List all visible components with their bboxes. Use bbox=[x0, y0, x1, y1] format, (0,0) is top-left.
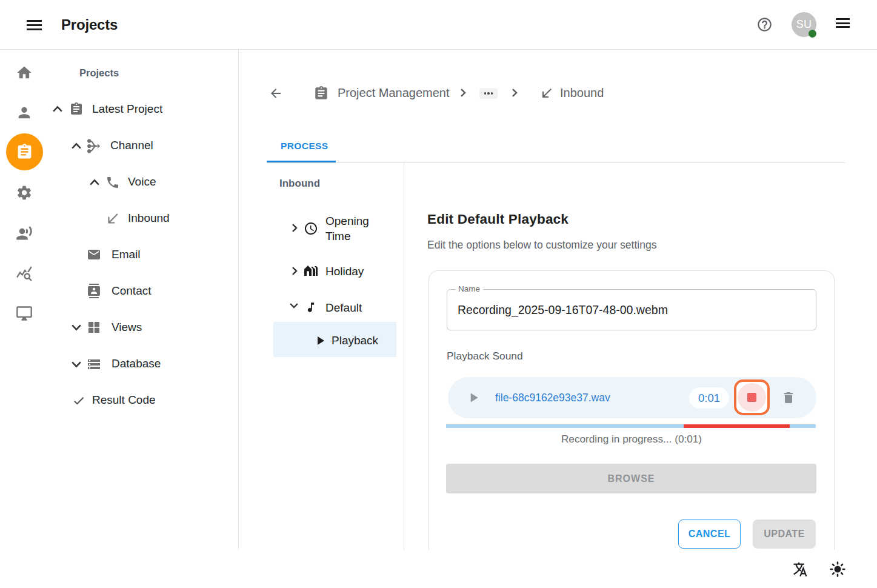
play-icon bbox=[313, 333, 327, 348]
contacts-icon bbox=[87, 284, 101, 298]
expand-icon-views[interactable] bbox=[69, 320, 84, 335]
breadcrumb-chevron-icon-2 bbox=[507, 85, 522, 100]
recording-progress-track bbox=[446, 424, 816, 428]
cancel-button-label: CANCEL bbox=[689, 529, 731, 540]
stop-recording-button[interactable] bbox=[734, 379, 770, 415]
online-status-dot bbox=[809, 30, 816, 38]
right-menu-hamburger-icon[interactable] bbox=[836, 18, 850, 28]
phone-icon bbox=[105, 175, 120, 190]
form-subtitle: Edit the options below to customize your… bbox=[427, 239, 656, 252]
sidebar-header: Projects bbox=[79, 67, 119, 79]
sidebar-item-result-code[interactable]: Result Code bbox=[92, 393, 156, 407]
app-window: Projects SU Projects Latest Project bbox=[0, 0, 877, 588]
form-title: Edit Default Playback bbox=[427, 212, 569, 227]
collapse-icon-latest-project[interactable] bbox=[50, 102, 65, 116]
cancel-button[interactable]: CANCEL bbox=[678, 520, 741, 549]
rail-home-icon[interactable] bbox=[16, 64, 33, 81]
sidebar-item-email[interactable]: Email bbox=[112, 248, 141, 261]
browse-button[interactable]: BROWSE bbox=[446, 464, 816, 493]
brightness-icon[interactable] bbox=[829, 561, 846, 578]
collapse-icon-voice[interactable] bbox=[87, 175, 102, 190]
name-field[interactable]: Name Recording_2025-09-16T07-48-00.webm bbox=[447, 289, 816, 330]
inbound-arrow-icon bbox=[105, 211, 121, 227]
breadcrumb-ellipsis-button[interactable] bbox=[479, 88, 498, 99]
breadcrumb-project-icon bbox=[313, 85, 329, 101]
sidebar-item-latest-project[interactable]: Latest Project bbox=[92, 102, 162, 116]
stop-icon bbox=[747, 393, 756, 402]
translate-icon[interactable] bbox=[792, 561, 809, 578]
top-bar bbox=[0, 0, 877, 50]
sidebar-item-channel[interactable]: Channel bbox=[110, 139, 153, 152]
holiday-icon bbox=[304, 264, 318, 278]
rail-query-stats-icon[interactable] bbox=[16, 265, 33, 282]
collapse-icon-default[interactable] bbox=[287, 298, 301, 313]
delete-icon[interactable] bbox=[781, 390, 796, 405]
expand-icon-database[interactable] bbox=[69, 357, 84, 372]
update-button[interactable]: UPDATE bbox=[753, 520, 816, 549]
sidebar-divider bbox=[238, 50, 239, 550]
browse-button-label: BROWSE bbox=[608, 473, 655, 484]
breadcrumb-inbound-icon bbox=[539, 86, 554, 101]
rail-record-voice-icon[interactable] bbox=[16, 225, 33, 242]
process-item-default[interactable]: Default bbox=[325, 301, 362, 315]
sidebar-item-views[interactable]: Views bbox=[112, 321, 142, 334]
breadcrumb-root[interactable]: Project Management bbox=[338, 86, 450, 100]
tab-indicator bbox=[267, 161, 336, 162]
rail-desktop-icon[interactable] bbox=[16, 305, 33, 322]
stop-button-halo bbox=[738, 383, 766, 412]
tab-bar bbox=[267, 130, 845, 163]
name-field-value[interactable]: Recording_2025-09-16T07-48-00.webm bbox=[458, 290, 668, 330]
sidebar-item-database[interactable]: Database bbox=[112, 357, 161, 370]
collapse-icon-channel[interactable] bbox=[69, 139, 84, 153]
rail-projects-active-button[interactable] bbox=[6, 133, 43, 170]
breadcrumb-chevron-icon bbox=[456, 85, 470, 100]
process-item-opening-time[interactable]: Opening Time bbox=[325, 213, 378, 244]
recording-progress-bar bbox=[684, 424, 790, 428]
tab-process[interactable]: PROCESS bbox=[281, 141, 328, 152]
check-icon bbox=[72, 394, 85, 407]
rail-settings-icon[interactable] bbox=[16, 184, 33, 201]
help-icon[interactable] bbox=[756, 16, 773, 33]
storage-icon bbox=[87, 357, 101, 372]
process-item-playback[interactable]: Playback bbox=[332, 334, 378, 347]
back-arrow-icon[interactable] bbox=[268, 86, 283, 101]
process-item-holiday[interactable]: Holiday bbox=[325, 265, 364, 278]
panel-divider bbox=[404, 163, 404, 550]
player-play-icon[interactable] bbox=[465, 390, 481, 406]
email-icon bbox=[87, 247, 101, 262]
breadcrumb-current: Inbound bbox=[560, 86, 604, 100]
avatar-initials: SU bbox=[796, 18, 812, 31]
recording-status-text: Recording in progress... (0:01) bbox=[447, 433, 816, 446]
expand-icon-opening-time[interactable] bbox=[287, 221, 302, 235]
expand-icon-holiday[interactable] bbox=[287, 264, 302, 278]
sidebar-item-contact[interactable]: Contact bbox=[112, 284, 151, 298]
player-duration-badge: 0:01 bbox=[689, 387, 729, 409]
channel-icon bbox=[87, 139, 101, 153]
app-title: Projects bbox=[61, 16, 118, 33]
grid-view-icon bbox=[87, 320, 101, 335]
clock-icon bbox=[304, 221, 318, 236]
sidebar-item-inbound[interactable]: Inbound bbox=[128, 212, 170, 225]
music-note-icon bbox=[304, 300, 318, 315]
sidebar-item-voice[interactable]: Voice bbox=[128, 175, 156, 189]
update-button-label: UPDATE bbox=[764, 529, 805, 540]
process-panel-header: Inbound bbox=[279, 178, 320, 190]
menu-hamburger-icon[interactable] bbox=[27, 20, 42, 30]
clipboard-icon bbox=[16, 143, 33, 161]
assignment-icon bbox=[69, 102, 84, 116]
rail-person-icon[interactable] bbox=[16, 104, 33, 121]
player-file-link[interactable]: file-68c9162e93e37.wav bbox=[495, 392, 610, 404]
playback-sound-label: Playback Sound bbox=[447, 350, 523, 362]
